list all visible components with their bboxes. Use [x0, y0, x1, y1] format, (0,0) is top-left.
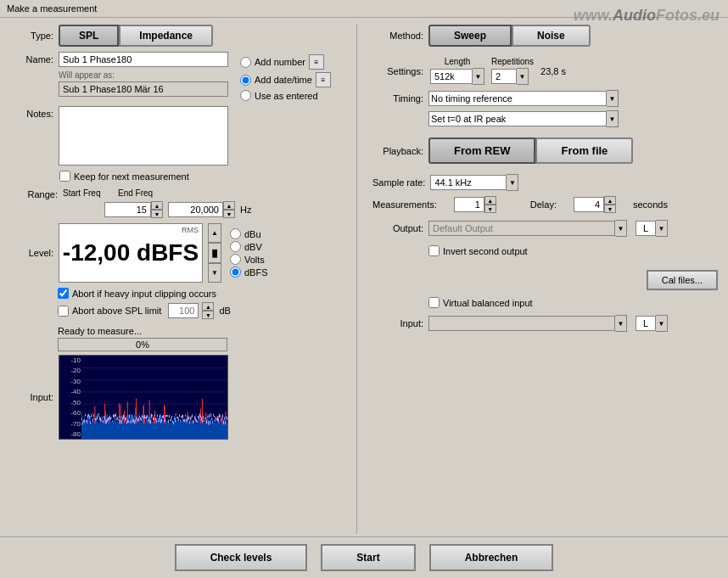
invert-output-checkbox[interactable] — [428, 245, 440, 256]
range-labels: Start Freq End Freq — [63, 188, 182, 198]
range-unit: Hz — [240, 205, 251, 215]
playback-row: Playback: From REW From file — [372, 137, 721, 164]
radio-add-number-label: Add number — [255, 57, 305, 67]
graph-label-5: -60 — [60, 409, 81, 417]
abort-clipping-checkbox[interactable] — [58, 288, 69, 299]
measurements-up[interactable]: ▲ — [484, 196, 496, 205]
output-channel-input[interactable] — [636, 221, 656, 236]
method-sweep-button[interactable]: Sweep — [428, 25, 512, 47]
method-row: Method: Sweep Noise — [372, 25, 721, 47]
start-button[interactable]: Start — [321, 544, 415, 571]
length-dropdown-arrow[interactable]: ▼ — [473, 68, 484, 85]
length-input[interactable] — [430, 69, 473, 84]
output-arrow[interactable]: ▼ — [615, 220, 627, 237]
spl-limit-input[interactable] — [168, 303, 199, 318]
delay-input[interactable] — [574, 197, 604, 212]
type-impedance-button[interactable]: Impedance — [119, 25, 213, 47]
output-channel-arrow[interactable]: ▼ — [656, 220, 668, 237]
graph-canvas — [81, 356, 228, 440]
level-display: RMS -12,00 dBFS — [59, 223, 203, 283]
level-scroll-middle[interactable]: █ — [208, 243, 221, 263]
abbrechen-button[interactable]: Abbrechen — [429, 544, 554, 571]
radio-volts[interactable] — [230, 254, 241, 265]
radio-add-number[interactable] — [240, 57, 251, 68]
timing-select1-group: No timing reference ▼ — [428, 90, 619, 107]
method-noise-button[interactable]: Noise — [512, 25, 591, 47]
playback-from-file-button[interactable]: From file — [535, 137, 633, 164]
range-section: Range: Start Freq End Freq ▲ ▼ — [58, 188, 346, 218]
level-scroll-up[interactable]: ▲ — [208, 223, 221, 243]
start-freq-up[interactable]: ▲ — [151, 201, 163, 210]
type-button-group: SPL Impedance — [59, 25, 213, 47]
radio-dbu[interactable] — [230, 228, 241, 239]
abort-spl-checkbox[interactable] — [58, 306, 69, 317]
repetitions-dropdown-arrow[interactable]: ▼ — [517, 68, 529, 85]
radio-add-date[interactable] — [240, 75, 251, 86]
measurements-down[interactable]: ▼ — [484, 205, 496, 213]
timing2-arrow[interactable]: ▼ — [607, 110, 619, 127]
playback-label: Playback: — [372, 146, 423, 156]
end-freq-up[interactable]: ▲ — [223, 201, 235, 210]
add-number-icon[interactable]: ≡ — [309, 54, 324, 70]
start-freq-down[interactable]: ▼ — [151, 210, 163, 218]
name-row: Name: Will appear as: Add number ≡ — [7, 52, 346, 101]
timing-select2-group: Set t=0 at IR peak ▼ — [428, 110, 619, 127]
unit-volts-label: Volts — [244, 255, 265, 265]
name-input[interactable] — [59, 52, 228, 67]
level-rms-label: RMS — [182, 226, 199, 234]
end-freq-down[interactable]: ▼ — [223, 210, 235, 218]
output-select-group: ▼ — [428, 220, 627, 237]
input-channel-input[interactable] — [636, 316, 656, 331]
type-label: Type: — [7, 31, 53, 41]
end-freq-spinner-btns: ▲ ▼ — [223, 201, 235, 218]
sample-rate-select[interactable]: 44.1 kHz — [430, 175, 507, 190]
delay-up[interactable]: ▲ — [604, 196, 616, 205]
input-bottom-input — [428, 316, 615, 331]
unit-dbfs-label: dBFS — [244, 267, 268, 278]
input-bottom-row: Input: ▼ ▼ — [372, 315, 721, 332]
timing-select1[interactable]: No timing reference — [428, 91, 607, 106]
playback-button-group: From REW From file — [428, 137, 633, 164]
level-scroll-down[interactable]: ▼ — [208, 263, 221, 283]
check-levels-button[interactable]: Check levels — [175, 544, 308, 571]
input-graph: -10 -20 -30 -40 -50 -60 -70 -80 — [59, 355, 228, 440]
input-bottom-select-group: ▼ — [428, 315, 627, 332]
output-input — [428, 221, 615, 236]
measurements-spinner-btns: ▲ ▼ — [484, 196, 496, 213]
appears-as-input[interactable] — [59, 81, 228, 97]
type-spl-button[interactable]: SPL — [59, 25, 119, 47]
timing1-arrow[interactable]: ▼ — [607, 90, 619, 107]
delay-down[interactable]: ▼ — [604, 205, 616, 213]
cal-files-button[interactable]: Cal files... — [647, 270, 718, 290]
spl-down[interactable]: ▼ — [202, 311, 214, 319]
end-freq-spinner: ▲ ▼ — [168, 201, 235, 218]
input-section-label: Input: — [7, 392, 53, 402]
radio-use-entered[interactable] — [240, 90, 251, 101]
input-channel-arrow[interactable]: ▼ — [656, 315, 668, 332]
timing-row1: Timing: No timing reference ▼ — [372, 90, 721, 107]
output-label: Output: — [372, 223, 423, 233]
playback-from-rew-button[interactable]: From REW — [428, 137, 535, 164]
sample-rate-arrow[interactable]: ▼ — [507, 174, 518, 191]
measurements-delay-row: Measurements: ▲ ▼ Delay: ▲ ▼ seconds — [372, 196, 721, 213]
notes-textarea[interactable] — [59, 106, 228, 166]
start-freq-spinner-btns: ▲ ▼ — [151, 201, 163, 218]
virtual-balanced-label: Virtual balanced input — [443, 298, 533, 308]
virtual-balanced-checkbox[interactable] — [428, 297, 440, 308]
start-freq-input[interactable] — [104, 202, 151, 217]
timing-select2[interactable]: Set t=0 at IR peak — [428, 111, 607, 126]
graph-label-4: -50 — [60, 399, 81, 407]
end-freq-input[interactable] — [168, 202, 223, 217]
radio-dbfs[interactable] — [230, 267, 241, 278]
input-bottom-arrow[interactable]: ▼ — [615, 315, 627, 332]
measurements-input[interactable] — [454, 197, 484, 212]
repetitions-select-group: ▼ — [491, 68, 534, 85]
keep-for-next-checkbox[interactable] — [59, 171, 70, 182]
add-date-icon[interactable]: ≡ — [316, 72, 331, 87]
right-panel: Method: Sweep Noise Settings: Length ▼ R… — [367, 25, 721, 534]
spl-up[interactable]: ▲ — [202, 302, 214, 311]
radio-add-number-row: Add number ≡ — [240, 54, 331, 70]
repetitions-input[interactable] — [491, 69, 517, 84]
radio-add-date-label: Add date/time — [255, 75, 312, 85]
radio-dbv[interactable] — [230, 241, 241, 252]
